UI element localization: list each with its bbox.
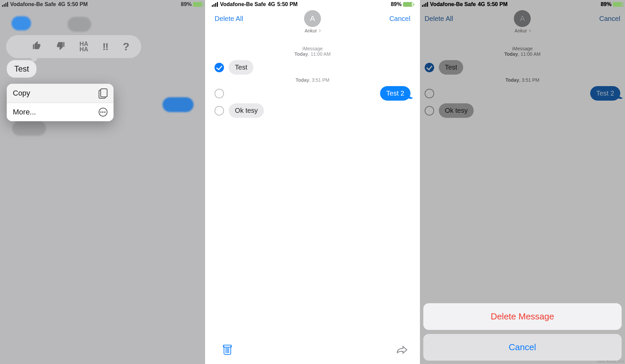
status-bar-over: Vodafone-Be Safe 4G 5:50 PM 89% <box>420 0 625 9</box>
delete-button[interactable] <box>217 340 238 360</box>
battery-icon <box>403 2 413 7</box>
battery-pct: 89% <box>601 1 611 7</box>
timestamp-day: Today <box>294 51 308 57</box>
screenshot-divider <box>205 0 210 364</box>
thumbs-down-icon[interactable] <box>56 41 65 53</box>
contact-avatar[interactable]: A <box>304 10 321 27</box>
timestamp-time: , 11:00 AM <box>308 51 331 57</box>
blurred-bubble <box>11 16 31 30</box>
screenshot-divider <box>415 0 420 364</box>
haha-icon[interactable]: HAHA <box>79 41 88 52</box>
context-menu-copy[interactable]: Copy <box>7 84 114 103</box>
signal-icon <box>2 2 8 7</box>
clock-label: 5:50 PM <box>67 1 88 7</box>
screen-1-context-menu: Vodafone-Be Safe 4G 5:50 PM 89% HAHA ‼ ?… <box>0 0 205 364</box>
timestamp-day: Today <box>296 77 309 83</box>
network-label: 4G <box>268 1 275 7</box>
message-bubble-outgoing[interactable]: Test 2 <box>380 86 410 101</box>
carrier-label: Vodafone-Be Safe <box>220 1 266 7</box>
message-row: Ok tesy <box>215 103 410 118</box>
select-checkbox[interactable] <box>215 106 224 115</box>
question-icon[interactable]: ? <box>123 41 129 53</box>
copy-icon <box>99 88 107 98</box>
clock-label: 5:50 PM <box>277 1 297 7</box>
message-list: iMessage Today, 11:00 AM Test Today, 3:5… <box>210 40 415 364</box>
battery-icon <box>613 2 623 7</box>
blurred-bubble <box>162 97 194 112</box>
selected-message-bubble: Test <box>7 60 36 78</box>
carrier-label: Vodafone-Be Safe <box>10 1 56 7</box>
exclaim-icon[interactable]: ‼ <box>102 41 108 52</box>
contact-name: Ankur <box>305 28 317 33</box>
message-bubble-incoming[interactable]: Ok tesy <box>229 103 264 118</box>
select-checkbox[interactable] <box>215 63 224 72</box>
action-sheet-cancel-button[interactable]: Cancel <box>423 334 622 361</box>
tapback-reactions-bar: HAHA ‼ ? <box>6 35 141 58</box>
status-bar: Vodafone-Be Safe 4G 5:50 PM 89% <box>210 0 415 9</box>
network-label: 4G <box>478 1 485 7</box>
edit-header: Delete All A Ankur Cancel <box>210 9 415 38</box>
blurred-bubble <box>12 121 46 136</box>
battery-icon <box>193 2 203 7</box>
signal-icon <box>212 2 218 7</box>
timestamp: Today, 3:51 PM <box>215 77 410 83</box>
menu-label: More... <box>13 108 36 116</box>
thumbs-up-icon[interactable] <box>32 41 42 53</box>
status-bar: Vodafone-Be Safe 4G 5:50 PM 89% <box>0 0 205 9</box>
more-icon <box>99 108 107 116</box>
message-row: Test 2 <box>215 86 410 101</box>
context-menu: Copy More... <box>7 84 114 121</box>
delete-all-button[interactable]: Delete All <box>215 15 243 23</box>
contact-name-button[interactable]: Ankur <box>305 28 321 33</box>
battery-pct: 89% <box>181 1 192 7</box>
clock-label: 5:50 PM <box>487 1 507 7</box>
forward-button[interactable] <box>396 345 408 355</box>
message-row: Test <box>215 60 410 75</box>
context-menu-more[interactable]: More... <box>7 103 114 121</box>
cancel-button[interactable]: Cancel <box>389 15 410 23</box>
select-checkbox[interactable] <box>215 89 224 98</box>
battery-pct: 89% <box>391 1 402 7</box>
edit-toolbar <box>210 340 415 360</box>
chevron-right-icon <box>318 29 321 32</box>
action-sheet: Delete Message Cancel <box>423 303 622 361</box>
network-label: 4G <box>58 1 65 7</box>
message-bubble-incoming[interactable]: Test <box>229 60 253 75</box>
signal-icon <box>422 2 428 7</box>
carrier-label: Vodafone-Be Safe <box>430 1 476 7</box>
timestamp-header: iMessage Today, 11:00 AM <box>215 46 410 57</box>
screen-2-select-messages: Vodafone-Be Safe 4G 5:50 PM 89% Delete A… <box>210 0 415 364</box>
timestamp-label: iMessage <box>302 46 323 51</box>
screen-3-delete-confirm: Vodafone-Be Safe 4G 5:50 PM 89% Delete A… <box>420 0 625 364</box>
menu-label: Copy <box>13 89 30 98</box>
delete-message-button[interactable]: Delete Message <box>423 303 622 330</box>
blurred-bubble <box>68 17 91 32</box>
trash-icon <box>223 345 232 355</box>
watermark: www.deuaq.com <box>597 360 624 363</box>
timestamp-time: , 3:51 PM <box>309 77 329 83</box>
